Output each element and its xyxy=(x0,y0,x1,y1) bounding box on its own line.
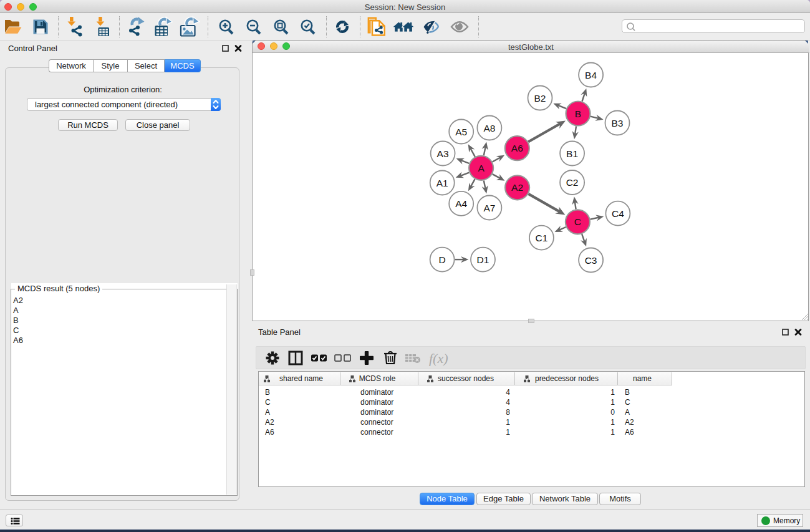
svg-text:C3: C3 xyxy=(585,255,597,266)
svg-text:A8: A8 xyxy=(483,123,495,133)
svg-text:A5: A5 xyxy=(455,127,467,137)
svg-text:B2: B2 xyxy=(534,93,546,104)
svg-text:1: 1 xyxy=(610,418,615,427)
svg-text:A1: A1 xyxy=(436,178,448,188)
svg-text:D: D xyxy=(438,254,445,265)
svg-text:0: 0 xyxy=(610,408,615,417)
svg-text:1: 1 xyxy=(506,428,510,437)
svg-text:1: 1 xyxy=(610,398,615,407)
svg-text:D1: D1 xyxy=(477,254,489,265)
svg-text:f(x): f(x) xyxy=(429,351,448,366)
svg-text:A2: A2 xyxy=(625,418,634,427)
svg-text:B1: B1 xyxy=(566,148,578,159)
svg-text:C1: C1 xyxy=(535,233,547,243)
svg-text:B: B xyxy=(625,388,630,397)
svg-text:A4: A4 xyxy=(455,198,467,209)
svg-text:connector: connector xyxy=(360,418,393,427)
svg-text:A6: A6 xyxy=(265,428,274,437)
svg-text:C: C xyxy=(265,398,271,407)
svg-text:B: B xyxy=(265,388,270,397)
svg-text:C: C xyxy=(574,216,581,227)
svg-text:C2: C2 xyxy=(566,177,579,188)
svg-text:B4: B4 xyxy=(585,70,597,80)
svg-text:8: 8 xyxy=(506,408,510,417)
svg-text:B: B xyxy=(575,109,581,119)
svg-text:dominator: dominator xyxy=(360,398,393,407)
svg-text:A6: A6 xyxy=(625,428,634,437)
svg-text:A: A xyxy=(478,163,485,173)
svg-text:A6: A6 xyxy=(511,143,523,153)
svg-text:A: A xyxy=(265,408,270,417)
svg-text:1: 1 xyxy=(610,428,615,437)
svg-text:MCDS role: MCDS role xyxy=(359,374,396,383)
svg-text:4: 4 xyxy=(506,398,510,407)
svg-text:A3: A3 xyxy=(437,148,449,159)
svg-text:1: 1 xyxy=(506,418,510,427)
svg-text:C: C xyxy=(625,398,630,407)
svg-text:C4: C4 xyxy=(612,208,624,219)
svg-text:4: 4 xyxy=(506,388,510,397)
svg-text:connector: connector xyxy=(360,428,393,437)
svg-text:shared name: shared name xyxy=(279,374,323,383)
svg-text:A2: A2 xyxy=(511,182,523,193)
svg-text:dominator: dominator xyxy=(360,388,393,397)
svg-text:successor nodes: successor nodes xyxy=(438,374,494,383)
svg-text:A2: A2 xyxy=(265,418,274,427)
svg-text:A: A xyxy=(625,408,630,417)
svg-text:A7: A7 xyxy=(483,203,495,213)
svg-text:1: 1 xyxy=(610,388,615,397)
svg-text:B3: B3 xyxy=(612,118,624,128)
svg-text:predecessor nodes: predecessor nodes xyxy=(535,374,599,383)
svg-text:name: name xyxy=(633,374,652,383)
svg-text:dominator: dominator xyxy=(360,408,393,417)
